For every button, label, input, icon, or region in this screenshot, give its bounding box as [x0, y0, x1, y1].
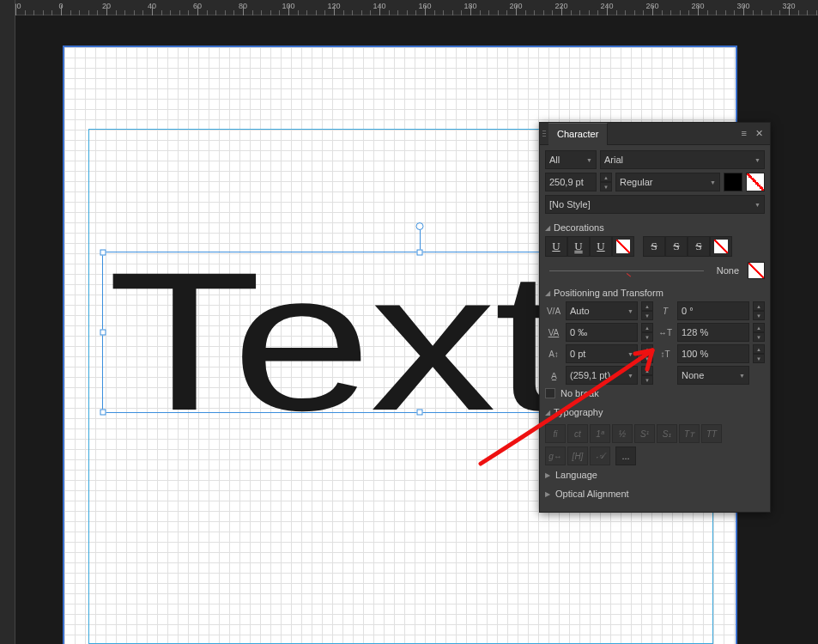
swash-button[interactable]: 𝒜 [590, 447, 610, 465]
shear-spinner[interactable]: ▲▼ [753, 301, 765, 320]
font-filter-dropdown[interactable]: All▼ [545, 150, 597, 169]
baseline-icon: A↕ [545, 345, 562, 362]
leading-field[interactable]: (259,1 pt)▼ [566, 366, 638, 385]
tracking-field[interactable]: 0 ‰ [566, 323, 638, 342]
panel-grip-icon[interactable] [540, 131, 548, 137]
font-size-spinner[interactable]: ▲▼ [600, 173, 612, 191]
no-break-checkbox[interactable] [545, 388, 555, 398]
resize-handle-left[interactable] [100, 330, 106, 336]
font-size-field[interactable]: 250,9 pt [545, 173, 597, 191]
vscale-field[interactable]: 100 % [677, 344, 749, 363]
font-weight-dropdown[interactable]: Regular▼ [615, 173, 720, 191]
baseline-field[interactable]: 0 pt▼ [566, 344, 638, 363]
hscale-spinner[interactable]: ▲▼ [753, 323, 765, 342]
vscale-icon: ↕T [657, 345, 674, 362]
text-color-swatch[interactable] [724, 173, 742, 191]
allcaps-button[interactable]: TT [701, 424, 722, 443]
optical-alignment-section-header[interactable]: ▶Optical Alignment [545, 484, 765, 503]
hscale-field[interactable]: 128 % [677, 323, 749, 342]
panel-menu-icon[interactable]: ≡ [742, 128, 747, 139]
kerning-icon: V/A [545, 302, 562, 319]
tracking-spinner[interactable]: ▲▼ [641, 323, 653, 342]
typography-section-header[interactable]: ◢Typography [545, 402, 765, 421]
baseline-spinner[interactable]: ▲▼ [641, 344, 653, 363]
strike-double-button[interactable]: S [665, 236, 688, 257]
shear-icon: T [657, 302, 674, 319]
leading-mode-dropdown[interactable]: None▼ [677, 366, 749, 385]
character-style-dropdown[interactable]: [No Style]▼ [545, 195, 765, 214]
contextual-alt-button[interactable]: ct [567, 424, 588, 443]
underline-single-button[interactable]: U [545, 236, 567, 257]
language-section-header[interactable]: ▶Language [545, 465, 765, 484]
positioning-section-header[interactable]: ◢Positioning and Transform [545, 283, 765, 301]
stylistic-set-button[interactable]: g↔ [545, 447, 566, 465]
smallcaps-button[interactable]: Tᴛ [679, 424, 700, 443]
more-typography-button[interactable]: ... [615, 447, 636, 465]
strike-none-button[interactable] [710, 236, 732, 257]
resize-handle-tl[interactable] [100, 250, 106, 256]
panel-close-icon[interactable]: ✕ [755, 128, 763, 139]
superscript-button[interactable]: S¹ [634, 424, 655, 443]
underline-double-button[interactable]: U [567, 236, 590, 257]
leading-spinner[interactable]: ▲▼ [641, 366, 653, 385]
line-style-label: None [712, 265, 744, 276]
case-sensitive-button[interactable]: [H] [567, 447, 588, 465]
vertical-ruler[interactable] [0, 0, 15, 644]
resize-handle-bl[interactable] [100, 410, 106, 416]
resize-handle-top[interactable] [417, 250, 423, 256]
tracking-icon: VA [545, 324, 562, 341]
strike-single-button[interactable]: S [643, 236, 665, 257]
horizontal-ruler[interactable]: -200204060801001201401601802002202402602… [0, 0, 818, 15]
character-tab[interactable]: Character [548, 123, 608, 145]
no-break-label: No break [560, 388, 599, 398]
kerning-spinner[interactable]: ▲▼ [641, 301, 653, 320]
character-panel[interactable]: Character ≡ ✕ All▼ Arial▼ 250,9 pt ▲▼ Re… [539, 122, 771, 513]
ordinals-button[interactable]: 1ª [590, 424, 610, 443]
font-family-dropdown[interactable]: Arial▼ [600, 150, 765, 169]
text-bg-swatch[interactable] [746, 173, 765, 191]
leading-icon: A̲ [545, 367, 562, 384]
fractions-button[interactable]: ½ [612, 424, 633, 443]
rotation-stem [420, 227, 421, 252]
panel-header[interactable]: Character ≡ ✕ [540, 123, 770, 145]
hscale-icon: ↔T [657, 324, 674, 341]
vscale-spinner[interactable]: ▲▼ [753, 344, 765, 363]
kerning-field[interactable]: Auto▼ [566, 301, 638, 320]
underline-color-button[interactable]: U [590, 236, 612, 257]
line-color-swatch[interactable] [748, 262, 765, 279]
standard-ligatures-button[interactable]: fi [545, 424, 566, 443]
rotation-handle[interactable] [416, 222, 424, 230]
strike-color-button[interactable]: S [688, 236, 710, 257]
decorations-section-header[interactable]: ◢Decorations [545, 217, 765, 236]
underline-none-button[interactable] [612, 236, 634, 257]
line-style-preview[interactable] [545, 262, 708, 279]
shear-field[interactable]: 0 ° [677, 301, 749, 320]
resize-handle-bottom[interactable] [417, 410, 423, 416]
subscript-button[interactable]: S₁ [657, 424, 677, 443]
